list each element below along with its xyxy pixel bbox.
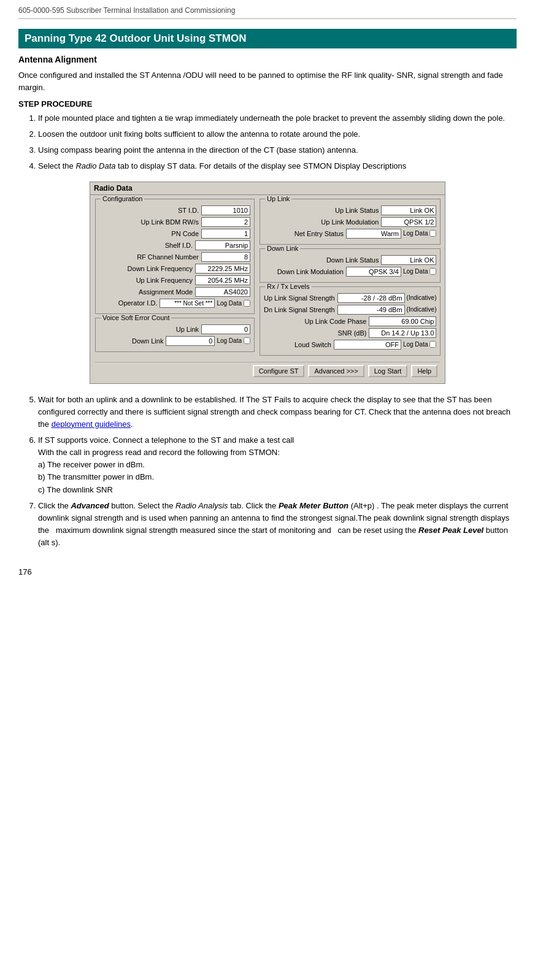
field-row: Up Link Code Phase 69.00 Chip	[264, 316, 436, 326]
field-row: Up Link 0	[99, 324, 250, 334]
field-row: ST I.D. 1010	[99, 205, 250, 215]
rxtx-panel: Rx / Tx Levels Up Link Signal Strength -…	[260, 286, 441, 356]
voice-log-checkbox[interactable]	[244, 337, 250, 344]
field-row: Loud Switch OFF Log Data	[264, 340, 436, 350]
list-item: Select the Radio Data tab to display ST …	[38, 160, 517, 172]
steps-list-2: Wait for both an uplink and a downlink t…	[38, 394, 517, 549]
field-row: SNR (dB) Dn 14.2 / Up 13.0	[264, 328, 436, 338]
deployment-guidelines-link[interactable]: deployment guidelines	[52, 419, 131, 429]
field-row: Down Link 0 Log Data	[99, 336, 250, 346]
field-row: Shelf I.D. Parsnip	[99, 240, 250, 250]
advanced-button[interactable]: Advanced >>>	[308, 365, 364, 377]
list-item: Loosen the outdoor unit fixing bolts suf…	[38, 128, 517, 140]
doc-header: 605-0000-595 Subscriber Terminal Install…	[18, 6, 517, 19]
window-buttons: Configure ST Advanced >>> Log Start Help	[95, 362, 440, 380]
field-row: Net Entry Status Warm Log Data	[264, 229, 436, 239]
rxtx-log-checkbox[interactable]	[429, 341, 436, 348]
field-row: Operator I.D. *** Not Set *** Log Data	[99, 299, 250, 308]
field-row: Down Link Frequency 2229.25 MHz	[99, 264, 250, 274]
page-number: 176	[18, 567, 517, 576]
steps-list: If pole mounted place and tighten a tie …	[38, 112, 517, 173]
downlink-panel: Down Link Down Link Status Link OK Down …	[260, 248, 441, 283]
log-start-button[interactable]: Log Start	[368, 365, 408, 377]
subsection-title: Antenna Alignment	[18, 55, 517, 64]
configure-st-button[interactable]: Configure ST	[253, 365, 305, 377]
window-titlebar: Radio Data	[90, 182, 445, 195]
window-body: Configuration ST I.D. 1010 Up Link BDM R…	[90, 195, 445, 383]
step-label: STEP PROCEDURE	[18, 99, 517, 109]
config-panel: Configuration ST I.D. 1010 Up Link BDM R…	[95, 199, 255, 314]
help-button[interactable]: Help	[411, 365, 437, 377]
field-row: Up Link Frequency 2054.25 MHz	[99, 275, 250, 285]
screenshot-container: Radio Data Configuration ST I.D.	[18, 182, 517, 384]
intro-text: Once configured and installed the ST Ant…	[18, 69, 517, 93]
field-row: Up Link BDM RW/s 2	[99, 217, 250, 227]
section-title: Panning Type 42 Outdoor Unit Using STMON	[18, 29, 517, 48]
uplink-log-checkbox[interactable]	[429, 230, 436, 237]
uplink-panel: Up Link Up Link Status Link OK Up Link M…	[260, 199, 441, 245]
list-item: If pole mounted place and tighten a tie …	[38, 112, 517, 124]
list-item: If ST supports voice. Connect a telephon…	[38, 434, 517, 496]
field-row: Up Link Modulation QPSK 1/2	[264, 217, 436, 227]
field-row: RF Channel Number 8	[99, 252, 250, 262]
voice-panel: Voice Soft Error Count Up Link 0 Down Li…	[95, 318, 255, 352]
header-text: 605-0000-595 Subscriber Terminal Install…	[18, 6, 235, 15]
downlink-log-checkbox[interactable]	[429, 268, 436, 275]
list-item: Wait for both an uplink and a downlink t…	[38, 394, 517, 431]
field-row: Assignment Mode AS4020	[99, 287, 250, 297]
field-row: Down Link Status Link OK	[264, 255, 436, 265]
field-row: Up Link Signal Strength -28 / -28 dBm (I…	[264, 293, 436, 303]
field-row: Down Link Modulation QPSK 3/4 Log Data	[264, 267, 436, 277]
log-data-checkbox[interactable]	[244, 300, 250, 307]
field-row: Up Link Status Link OK	[264, 205, 436, 215]
field-row: Dn Link Signal Strength -49 dBm (Indicat…	[264, 305, 436, 315]
list-item: Using compass bearing point the antenna …	[38, 144, 517, 156]
field-row: PN Code 1	[99, 229, 250, 239]
list-item: Click the Advanced button. Select the Ra…	[38, 500, 517, 549]
stmon-window: Radio Data Configuration ST I.D.	[90, 182, 445, 384]
